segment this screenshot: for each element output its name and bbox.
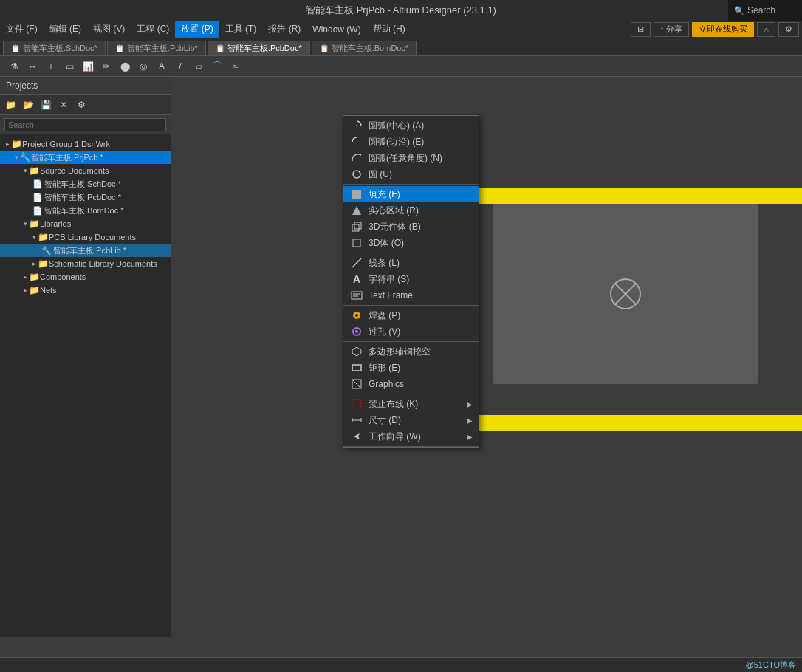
tree-pcbdoc[interactable]: 📄 智能车主板.PcbDoc * [0, 191, 171, 204]
tree-schdoc[interactable]: 📄 智能车主板.SchDoc * [0, 177, 171, 191]
arc-any-icon [349, 151, 364, 165]
menu-arc-center[interactable]: 圆弧(中心) (A) [343, 117, 479, 134]
add-btn[interactable]: + [43, 58, 59, 75]
text-btn[interactable]: A [154, 58, 170, 75]
svg-line-10 [352, 258, 361, 267]
menu-3d-component[interactable]: 3D元件体 (B) [343, 219, 479, 235]
menu-string[interactable]: A 字符串 (S) [343, 271, 479, 287]
via-btn[interactable]: ◎ [135, 58, 151, 75]
tree-pcb-lib-docs[interactable]: ▾ 📁 PCB Library Documents [0, 230, 171, 244]
pcb-lib-docs-label: PCB Library Documents [49, 233, 136, 241]
app-title: 智能车主板.PrjPcb - Altium Designer (23.1.1) [306, 4, 496, 17]
menu-rect[interactable]: 矩形 (E) [343, 360, 479, 376]
menu-icon-btn[interactable]: ⊟ [631, 22, 651, 37]
menu-arc-edge[interactable]: 圆弧(边沿) (E) [343, 134, 479, 150]
pcb-canvas[interactable]: 1 2 圆弧(中心) (A) [171, 77, 802, 637]
tab-schlib[interactable]: 📋 智能车主板.SchDoc* [3, 41, 106, 55]
svg-point-17 [355, 330, 358, 333]
poly-pour-label: 多边形辅铜挖空 [369, 346, 473, 358]
filter-btn[interactable]: ⚗ [6, 58, 22, 75]
tree-project[interactable]: ▾ 🔧 智能车主板.PrjPcb * [0, 151, 171, 164]
arc-any-label: 圆弧(任意角度) (N) [369, 152, 473, 165]
pad-icon [349, 308, 364, 323]
fill-icon [349, 187, 364, 202]
sch-file-icon: 📄 [32, 179, 43, 189]
svg-point-3 [356, 125, 357, 126]
tree-bomdoc[interactable]: 📄 智能车主板.BomDoc * [0, 204, 171, 217]
menu-via[interactable]: 过孔 (V) [343, 323, 479, 340]
arc-edge-label: 圆弧(边沿) (E) [369, 136, 473, 148]
source-docs-label: Source Documents [40, 166, 109, 175]
proj-save-btn[interactable]: 💾 [38, 97, 53, 112]
tree-sch-lib-docs[interactable]: ▸ 📁 Schematic Library Documents [0, 257, 171, 270]
line-btn[interactable]: / [172, 58, 188, 75]
brush-btn[interactable]: ✏ [98, 58, 114, 75]
tree-pcblib-file[interactable]: 🔧 智能车主板.PcbLib * [0, 244, 171, 257]
share-button[interactable]: ↑ 分享 [654, 22, 690, 37]
tree-project-group[interactable]: ▸ 📁 Project Group 1.DsnWrk [0, 137, 171, 151]
box-btn[interactable]: ▱ [191, 58, 207, 75]
menu-fill[interactable]: 填充 (F) [343, 186, 479, 202]
proj-settings-btn[interactable]: ⚙ [74, 97, 89, 112]
tab-bar: 📋 智能车主板.SchDoc* 📋 智能车主板.PcbLib* 📋 智能车主板.… [0, 38, 802, 56]
sch-lib-docs-label: Schematic Library Documents [49, 259, 157, 268]
proj-close-btn[interactable]: ✕ [56, 97, 71, 112]
proj-open-btn[interactable]: 📂 [21, 97, 35, 112]
menu-keepout[interactable]: 禁止布线 (K) ▶ [343, 396, 479, 412]
menu-3d-body[interactable]: 3D体 (O) [343, 235, 479, 251]
tree-source-docs[interactable]: ▾ 📁 Source Documents [0, 164, 171, 177]
menu-window[interactable]: Window (W) [306, 21, 366, 38]
tree-nets[interactable]: ▸ 📁 Nets [0, 284, 171, 297]
buy-online-button[interactable]: 立即在线购买 [692, 22, 754, 37]
menu-directive[interactable]: 工作向导 (W) ▶ [343, 428, 479, 445]
pcblib-file-label: 智能车主板.PcbLib * [53, 245, 126, 256]
fill-label: 填充 (F) [369, 188, 473, 201]
settings-button[interactable]: ⚙ [778, 22, 799, 37]
route-btn[interactable]: ↔ [24, 58, 41, 75]
rect-sel-btn[interactable]: ▭ [61, 58, 78, 75]
svg-point-4 [353, 171, 360, 178]
folder-icon: 📁 [29, 165, 40, 176]
tree-libraries[interactable]: ▾ 📁 Libraries [0, 217, 171, 230]
proj-new-btn[interactable]: 📁 [3, 97, 18, 112]
pcbdoc-label: 智能车主板.PcbDoc * [44, 192, 121, 203]
tab-pcblib[interactable]: 📋 智能车主板.PcbLib* [107, 41, 206, 55]
title-bar: 智能车主板.PrjPcb - Altium Designer (23.1.1) … [0, 0, 802, 21]
menu-help[interactable]: 帮助 (H) [367, 21, 411, 38]
menu-place[interactable]: 放置 (P) [175, 21, 219, 38]
menu-graphics[interactable]: Graphics [343, 376, 479, 392]
tab-pcbdoc[interactable]: 📋 智能车主板.PcbDoc* [208, 41, 310, 55]
search-input[interactable] [4, 118, 166, 131]
home-button[interactable]: ⌂ [757, 22, 775, 37]
menu-edit[interactable]: 编辑 (E) [44, 21, 87, 38]
via-icon [349, 324, 364, 339]
menu-poly-pour[interactable]: 多边形辅铜挖空 [343, 343, 479, 360]
pcblib-file-icon: 🔧 [41, 246, 52, 256]
menu-arc-any[interactable]: 圆弧(任意角度) (N) [343, 150, 479, 166]
chevron-icon: ▸ [32, 260, 36, 267]
title-search-button[interactable]: Search [728, 0, 802, 21]
wave-btn[interactable]: ⌒ [209, 58, 225, 75]
menu-project[interactable]: 工程 (C) [131, 21, 175, 38]
menu-tools[interactable]: 工具 (T) [219, 21, 263, 38]
diff-btn[interactable]: ≈ [227, 58, 244, 75]
string-icon: A [349, 272, 364, 287]
menu-text-frame[interactable]: Text Frame [343, 287, 479, 304]
menu-solid-region[interactable]: 实心区域 (R) [343, 202, 479, 219]
menu-dimension[interactable]: 尺寸 (D) ▶ [343, 412, 479, 428]
menu-file[interactable]: 文件 (F) [0, 21, 44, 38]
menu-view[interactable]: 视图 (V) [87, 21, 131, 38]
menu-pad[interactable]: 焊盘 (P) [343, 307, 479, 323]
svg-rect-11 [352, 292, 362, 299]
svg-rect-19 [352, 365, 361, 371]
menu-reports[interactable]: 报告 (R) [262, 21, 306, 38]
folder-icon: 📁 [29, 272, 40, 282]
tab-bomdoc[interactable]: 📋 智能车主板.BomDoc* [312, 41, 417, 55]
chart-btn[interactable]: 📊 [80, 58, 96, 75]
keepout-arrow: ▶ [467, 400, 473, 408]
menu-line[interactable]: 线条 (L) [343, 255, 479, 271]
pad-btn[interactable]: ⬤ [117, 58, 133, 75]
tree-components[interactable]: ▸ 📁 Components [0, 270, 171, 284]
tab-schlib-label: 智能车主板.SchDoc* [23, 43, 97, 54]
menu-circle[interactable]: 圆 (U) [343, 166, 479, 182]
